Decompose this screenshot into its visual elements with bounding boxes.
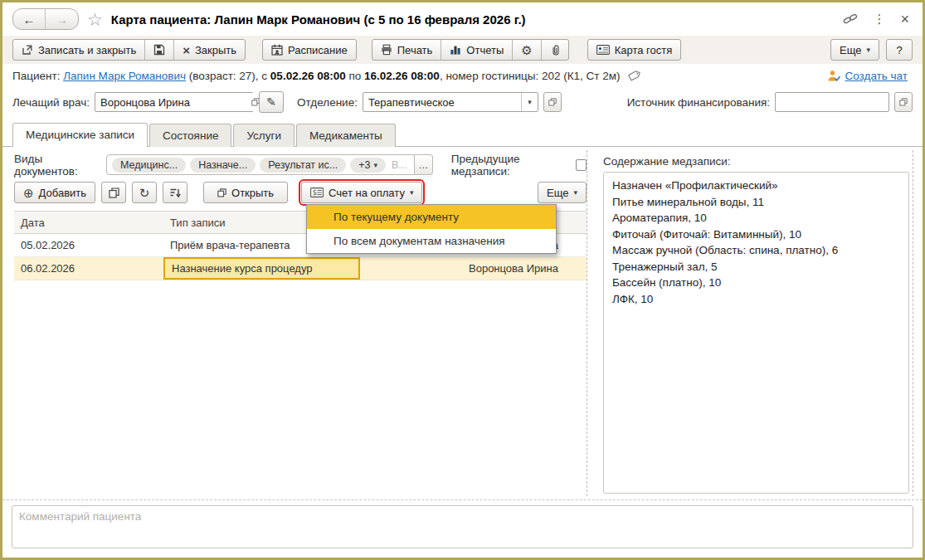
printer-icon — [381, 44, 392, 56]
column-header-date[interactable]: Дата — [14, 212, 163, 233]
close-label: Закрыть — [195, 44, 236, 56]
patient-info-row: Пациент: Лапин Марк Романович (возраст: … — [2, 64, 923, 88]
right-edge-splitter[interactable] — [913, 150, 923, 496]
comment-section — [2, 499, 923, 551]
previous-records-label: Предыдущие медзаписи: — [451, 153, 571, 178]
document-type-chips: Медицинс... Назначе... Результат ис... +… — [106, 154, 415, 175]
plus-circle-icon: ⊕ — [23, 187, 34, 199]
add-record-button[interactable]: ⊕ Добавить — [14, 182, 95, 203]
department-input[interactable] — [363, 93, 521, 111]
schedule-button[interactable]: Расписание — [262, 39, 357, 61]
add-label: Добавить — [39, 187, 86, 199]
tag-icon[interactable] — [627, 70, 641, 83]
chip-medical[interactable]: Медицинс... — [112, 158, 186, 173]
print-label: Печать — [397, 44, 433, 56]
previous-records-checkbox[interactable] — [576, 159, 587, 171]
records-list-panel: Виды документов: Медицинс... Назначе... … — [2, 147, 587, 499]
tab-condition[interactable]: Состояние — [149, 124, 231, 147]
tab-medications[interactable]: Медикаменты — [296, 124, 396, 147]
dates-separator: по — [346, 70, 364, 82]
menu-item-current-document[interactable]: По текущему документу — [307, 205, 556, 229]
guest-card-label: Карта гостя — [615, 44, 673, 56]
services-button[interactable]: ⚙ — [512, 40, 540, 60]
open-form-icon — [899, 98, 908, 106]
cell-doctor[interactable]: Воронцова Ирина — [462, 257, 587, 280]
patient-label: Пациент: — [12, 70, 60, 82]
list-more-button[interactable]: Еще ▾ — [538, 182, 587, 203]
vertical-splitter[interactable] — [587, 150, 596, 496]
fields-row: Лечащий врач: ✎ Отделение: ▾ Источник фи… — [2, 88, 923, 116]
tab-strip: Медицинские записи Состояние Услуги Меди… — [2, 121, 923, 147]
cell-type-selected[interactable]: Назначение курса процедур — [163, 257, 360, 280]
department-open-button[interactable] — [543, 92, 562, 112]
tab-services[interactable]: Услуги — [233, 124, 295, 147]
invoice-dropdown-menu: По текущему документу По всем документам… — [306, 204, 557, 254]
more-button[interactable]: Еще ▾ — [830, 39, 879, 61]
chip-assignment[interactable]: Назначе... — [190, 158, 256, 173]
table-row-selected[interactable]: 06.02.2026 Назначение курса процедур Вор… — [14, 257, 587, 280]
favorite-star-icon[interactable]: ☆ — [87, 11, 103, 28]
chip-truncated: В... — [390, 158, 409, 173]
cell-date[interactable]: 05.02.2026 — [14, 234, 163, 256]
patient-comment-input[interactable] — [12, 505, 913, 548]
forward-button[interactable]: → — [46, 9, 78, 29]
attachments-button[interactable] — [541, 40, 568, 60]
back-button[interactable]: ← — [13, 9, 46, 29]
guest-card-button[interactable]: Карта гостя — [587, 39, 682, 61]
chip-overflow[interactable]: +3 ▾ — [350, 158, 386, 173]
close-button[interactable]: × Закрыть — [173, 40, 245, 60]
refresh-button[interactable]: ↻ — [132, 182, 157, 203]
save-and-close-label: Записать и закрыть — [38, 44, 136, 56]
sort-icon — [169, 187, 181, 198]
content-line: Бассейн (платно), 10 — [612, 275, 900, 291]
floppy-icon — [153, 44, 165, 56]
funding-open-button[interactable] — [894, 92, 913, 112]
medical-records-pane: Виды документов: Медицинс... Назначе... … — [2, 147, 923, 499]
patient-age-text: (возраст: 27), с — [186, 70, 270, 82]
save-and-close-button[interactable]: Записать и закрыть — [13, 40, 144, 60]
room-text: , номер гостиницы: 202 (К1, Ст 2м) — [440, 70, 621, 82]
sort-button[interactable] — [163, 182, 187, 203]
open-record-button[interactable]: Открыть — [203, 182, 288, 203]
doctor-input[interactable] — [95, 93, 251, 111]
history-nav: ← → — [12, 8, 79, 30]
create-chat-link[interactable]: Создать чат — [845, 70, 908, 82]
open-form-icon — [548, 98, 557, 106]
invoice-button[interactable]: $ Счет на оплату ▾ — [301, 182, 422, 203]
reports-button[interactable]: Отчеты — [441, 40, 512, 60]
content-line: Назначен «Профилактический» — [612, 178, 900, 194]
stay-date-to: 16.02.26 08:00 — [364, 70, 440, 82]
cell-date[interactable]: 06.02.2026 — [14, 257, 163, 280]
funding-label: Источник финансирования: — [627, 96, 770, 109]
refresh-icon: ↻ — [139, 187, 150, 199]
chevron-down-icon: ▾ — [573, 188, 577, 197]
record-content-box[interactable]: Назначен «Профилактический» Питье минера… — [603, 172, 909, 494]
more-menu-icon[interactable]: ⋮ — [873, 12, 885, 27]
record-content-label: Содержание медзаписи: — [603, 147, 909, 168]
close-window-icon[interactable]: × — [900, 11, 909, 28]
chip-result[interactable]: Результат ис... — [260, 158, 346, 173]
choose-types-button[interactable]: ... — [415, 154, 433, 175]
content-line: ЛФК, 10 — [612, 291, 900, 308]
title-bar: ← → ☆ Карта пациента: Лапин Марк Романов… — [2, 2, 923, 36]
department-dropdown-icon[interactable]: ▾ — [521, 93, 538, 111]
print-button[interactable]: Печать — [372, 40, 441, 60]
records-toolbar: ⊕ Добавить ↻ Открыть $ — [14, 181, 587, 204]
document-types-label: Виды документов: — [14, 153, 101, 178]
patient-name-link[interactable]: Лапин Марк Романович — [63, 70, 186, 82]
cell-3[interactable] — [360, 257, 462, 280]
calendar-icon — [271, 44, 283, 56]
save-button[interactable] — [144, 40, 173, 60]
get-link-icon[interactable] — [843, 12, 858, 26]
menu-item-all-documents[interactable]: По всем документам назначения — [307, 229, 556, 253]
tab-medical-records[interactable]: Медицинские записи — [12, 123, 148, 147]
copy-record-button[interactable] — [101, 182, 126, 203]
chip-overflow-count: +3 — [358, 159, 370, 171]
close-icon: × — [183, 44, 190, 56]
annotation-highlight: $ Счет на оплату ▾ — [299, 179, 425, 206]
edit-doctor-button[interactable]: ✎ — [259, 91, 284, 113]
content-line: Питье минеральной воды, 11 — [612, 194, 900, 211]
content-line: Тренажерный зал, 5 — [612, 259, 900, 275]
chevron-down-icon: ▾ — [410, 188, 414, 197]
help-button[interactable]: ? — [886, 39, 913, 61]
